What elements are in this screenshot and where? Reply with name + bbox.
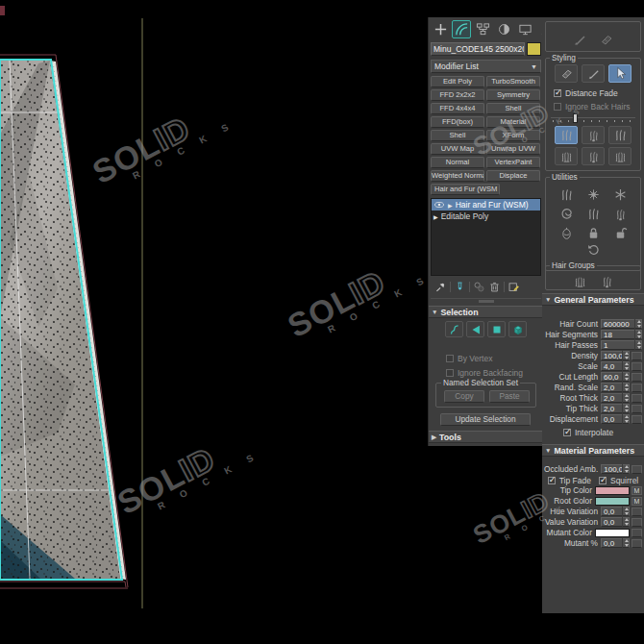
tab-motion[interactable] [494, 20, 513, 38]
select-hair-icon[interactable] [608, 64, 632, 83]
update-selection-button[interactable]: Update Selection [440, 413, 531, 426]
hair-count-spinner[interactable]: 600000 [601, 319, 642, 329]
hair-segments-spinner[interactable]: 18 [601, 330, 642, 339]
root-color-swatch[interactable] [595, 497, 630, 506]
util-lock-icon[interactable] [582, 224, 605, 242]
root-thick-map-button[interactable] [632, 394, 642, 403]
expand-arrow-icon[interactable]: ▶ [433, 213, 438, 220]
subobject-element-button[interactable] [508, 321, 527, 337]
spinner-arrows[interactable] [622, 361, 629, 371]
util-undo-icon[interactable] [582, 242, 605, 256]
distance-fade-checkbox[interactable]: Distance Fade [554, 88, 640, 98]
remove-modifier-icon[interactable] [488, 281, 501, 293]
tab-modify[interactable] [452, 20, 471, 38]
finish-styling-button[interactable] [595, 30, 618, 48]
hair-group-merge-icon[interactable] [595, 273, 618, 288]
spinner-arrows[interactable] [622, 351, 629, 360]
spinner-arrows[interactable] [622, 464, 629, 474]
mutant-pct-spinner[interactable]: 0,0 [601, 538, 630, 548]
modifier-button[interactable]: Displace [486, 170, 540, 182]
rand-scale-map-button[interactable] [632, 384, 642, 392]
tip-fade-checkbox[interactable]: Tip Fade [548, 476, 591, 485]
occluded-amb-spinner[interactable]: 100,0 [601, 464, 630, 474]
scale-spinner[interactable]: 4,0 [601, 361, 630, 371]
density-map-button[interactable] [632, 352, 642, 360]
modifier-button[interactable]: Shell [431, 130, 484, 141]
modifier-button[interactable]: Edit Poly [431, 76, 484, 87]
displacement-map-button[interactable] [632, 415, 642, 424]
make-unique-icon[interactable] [473, 281, 485, 293]
occluded-amb-map-button[interactable] [632, 465, 642, 474]
modifier-button[interactable]: UVW Map [431, 143, 484, 155]
mutant-pct-map-button[interactable] [632, 539, 642, 548]
modifier-button[interactable]: FFD 2x2x2 [431, 89, 484, 101]
util-attenuate-icon[interactable] [555, 205, 578, 223]
modifier-button[interactable]: Symmetry [486, 89, 540, 101]
spinner-arrows[interactable] [634, 340, 641, 350]
show-end-result-icon[interactable] [454, 281, 466, 293]
hair-tool-rotate[interactable] [582, 147, 605, 165]
root-thick-spinner[interactable]: 2,0 [601, 393, 630, 403]
cut-length-map-button[interactable] [632, 373, 642, 382]
hair-group-make-icon[interactable] [568, 273, 591, 288]
by-vertex-checkbox[interactable]: By Vertex [446, 354, 492, 363]
density-spinner[interactable]: 100,0 [601, 351, 630, 360]
modifier-button[interactable]: Hair and Fur (WSM [431, 184, 500, 195]
rollout-general-parameters[interactable]: ▼ General Parameters [542, 293, 644, 306]
configure-modifier-sets-icon[interactable] [508, 281, 520, 293]
spinner-arrows[interactable] [634, 330, 641, 339]
modifier-button[interactable]: Weighted Normals [431, 170, 484, 182]
modifier-button[interactable]: FFD 4x4x4 [431, 103, 484, 114]
panel-resize-grip[interactable] [431, 298, 541, 303]
hair-brush-icon[interactable] [555, 64, 578, 83]
rollout-selection[interactable]: ▼ Selection [429, 306, 543, 318]
copy-button[interactable]: Copy [444, 390, 484, 403]
hair-tool-stand[interactable] [582, 126, 605, 144]
spinner-arrows[interactable] [622, 372, 629, 382]
cut-length-spinner[interactable]: 60,0 [601, 372, 630, 382]
rollout-tools[interactable]: ▶ Tools [429, 431, 543, 443]
modifier-button[interactable]: VertexPaint [486, 157, 540, 168]
pin-stack-icon[interactable] [434, 281, 447, 293]
stack-item-editable-poly[interactable]: ▶ Editable Poly [432, 211, 540, 222]
hair-tool-scale[interactable] [608, 147, 632, 165]
util-hide-icon[interactable] [555, 224, 578, 242]
style-hair-button[interactable] [568, 30, 591, 48]
util-unlock-icon[interactable] [608, 224, 632, 242]
viewport-3d[interactable] [0, 0, 428, 644]
util-recomb-icon[interactable] [555, 186, 578, 204]
value-variation-spinner[interactable]: 0,0 [601, 517, 630, 527]
slider-handle[interactable] [573, 113, 578, 123]
tip-color-map-button[interactable]: M [632, 486, 642, 495]
scale-map-button[interactable] [632, 362, 642, 371]
interpolate-checkbox[interactable]: Interpolate [563, 428, 644, 437]
modifier-button[interactable]: FFD(box) [431, 116, 484, 128]
subobject-guides-button[interactable] [445, 321, 463, 337]
paste-button[interactable]: Paste [489, 390, 530, 403]
modifier-list-dropdown[interactable]: Modifier List ▼ [431, 60, 541, 73]
modifier-button[interactable]: Shell [486, 103, 540, 114]
spinner-arrows[interactable] [622, 404, 629, 413]
spinner-arrows[interactable] [622, 383, 629, 392]
subobject-vertex-button[interactable] [466, 321, 484, 337]
util-pop-selected-icon[interactable] [608, 205, 632, 223]
brush-size-slider[interactable] [551, 113, 635, 123]
displacement-spinner[interactable]: 0,0 [601, 414, 630, 424]
tab-hierarchy[interactable] [473, 20, 492, 38]
hue-variation-spinner[interactable]: 0,0 [601, 507, 630, 516]
util-splay-icon[interactable] [608, 186, 632, 204]
modifier-button[interactable]: XForm [486, 130, 540, 141]
hair-tool-clump[interactable] [555, 147, 578, 165]
hair-tool-translate[interactable] [555, 126, 578, 144]
tab-create[interactable] [431, 20, 450, 38]
spinner-arrows[interactable] [622, 517, 629, 527]
mutant-color-swatch[interactable] [595, 529, 630, 537]
hair-cut-icon[interactable] [582, 64, 605, 83]
hue-variation-map-button[interactable] [632, 508, 642, 516]
tip-color-swatch[interactable] [595, 486, 630, 495]
spinner-arrows[interactable] [622, 507, 629, 516]
expand-arrow-icon[interactable]: ▶ [448, 202, 453, 209]
ignore-backfacing-checkbox[interactable]: Ignore Backfacing [446, 368, 523, 378]
util-reset-rest-icon[interactable] [582, 186, 605, 204]
visibility-eye-icon[interactable] [433, 199, 445, 211]
